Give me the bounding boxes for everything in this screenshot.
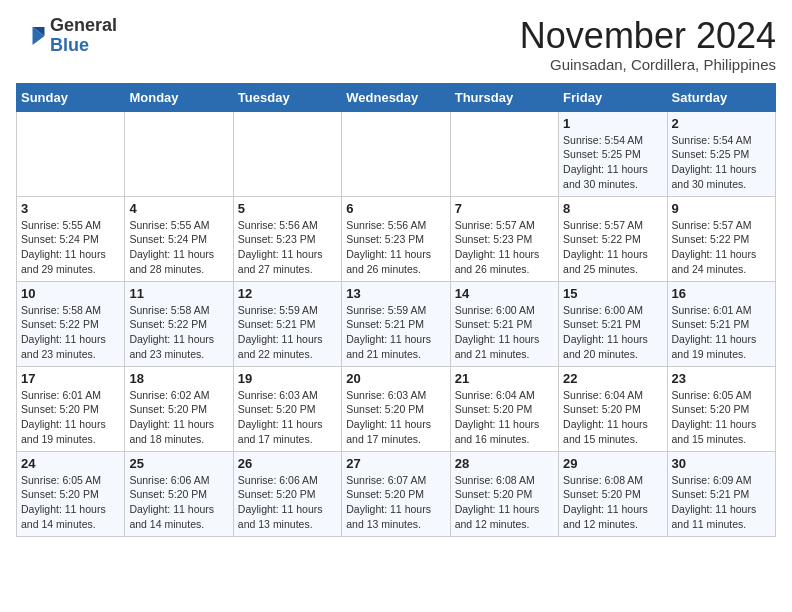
day-info: Sunrise: 5:54 AM Sunset: 5:25 PM Dayligh… [563, 133, 662, 192]
day-number: 7 [455, 201, 554, 216]
day-number: 23 [672, 371, 771, 386]
logo-blue: Blue [50, 36, 117, 56]
day-info: Sunrise: 5:57 AM Sunset: 5:22 PM Dayligh… [563, 218, 662, 277]
day-info: Sunrise: 5:58 AM Sunset: 5:22 PM Dayligh… [21, 303, 120, 362]
calendar-cell: 27Sunrise: 6:07 AM Sunset: 5:20 PM Dayli… [342, 451, 450, 536]
day-info: Sunrise: 6:06 AM Sunset: 5:20 PM Dayligh… [238, 473, 337, 532]
day-info: Sunrise: 5:58 AM Sunset: 5:22 PM Dayligh… [129, 303, 228, 362]
day-number: 17 [21, 371, 120, 386]
calendar-cell: 17Sunrise: 6:01 AM Sunset: 5:20 PM Dayli… [17, 366, 125, 451]
calendar-cell: 21Sunrise: 6:04 AM Sunset: 5:20 PM Dayli… [450, 366, 558, 451]
day-number: 19 [238, 371, 337, 386]
day-number: 29 [563, 456, 662, 471]
day-number: 3 [21, 201, 120, 216]
weekday-header-monday: Monday [125, 83, 233, 111]
day-number: 4 [129, 201, 228, 216]
day-info: Sunrise: 6:03 AM Sunset: 5:20 PM Dayligh… [346, 388, 445, 447]
day-info: Sunrise: 5:59 AM Sunset: 5:21 PM Dayligh… [346, 303, 445, 362]
calendar-week-row: 3Sunrise: 5:55 AM Sunset: 5:24 PM Daylig… [17, 196, 776, 281]
day-info: Sunrise: 6:08 AM Sunset: 5:20 PM Dayligh… [455, 473, 554, 532]
calendar-cell: 29Sunrise: 6:08 AM Sunset: 5:20 PM Dayli… [559, 451, 667, 536]
weekday-header-saturday: Saturday [667, 83, 775, 111]
day-info: Sunrise: 6:00 AM Sunset: 5:21 PM Dayligh… [455, 303, 554, 362]
weekday-header-friday: Friday [559, 83, 667, 111]
day-number: 14 [455, 286, 554, 301]
calendar-cell: 10Sunrise: 5:58 AM Sunset: 5:22 PM Dayli… [17, 281, 125, 366]
calendar-cell [342, 111, 450, 196]
day-number: 10 [21, 286, 120, 301]
location-subtitle: Guinsadan, Cordillera, Philippines [520, 56, 776, 73]
calendar-cell: 2Sunrise: 5:54 AM Sunset: 5:25 PM Daylig… [667, 111, 775, 196]
weekday-header-wednesday: Wednesday [342, 83, 450, 111]
calendar-cell: 25Sunrise: 6:06 AM Sunset: 5:20 PM Dayli… [125, 451, 233, 536]
calendar-cell: 30Sunrise: 6:09 AM Sunset: 5:21 PM Dayli… [667, 451, 775, 536]
day-number: 1 [563, 116, 662, 131]
calendar-cell: 18Sunrise: 6:02 AM Sunset: 5:20 PM Dayli… [125, 366, 233, 451]
day-number: 27 [346, 456, 445, 471]
day-number: 8 [563, 201, 662, 216]
calendar-cell: 3Sunrise: 5:55 AM Sunset: 5:24 PM Daylig… [17, 196, 125, 281]
weekday-header-row: SundayMondayTuesdayWednesdayThursdayFrid… [17, 83, 776, 111]
calendar-week-row: 1Sunrise: 5:54 AM Sunset: 5:25 PM Daylig… [17, 111, 776, 196]
calendar-cell: 14Sunrise: 6:00 AM Sunset: 5:21 PM Dayli… [450, 281, 558, 366]
page-header: General Blue November 2024 Guinsadan, Co… [16, 16, 776, 73]
day-info: Sunrise: 5:56 AM Sunset: 5:23 PM Dayligh… [346, 218, 445, 277]
calendar-week-row: 24Sunrise: 6:05 AM Sunset: 5:20 PM Dayli… [17, 451, 776, 536]
calendar-cell: 28Sunrise: 6:08 AM Sunset: 5:20 PM Dayli… [450, 451, 558, 536]
day-info: Sunrise: 6:02 AM Sunset: 5:20 PM Dayligh… [129, 388, 228, 447]
day-info: Sunrise: 6:06 AM Sunset: 5:20 PM Dayligh… [129, 473, 228, 532]
day-info: Sunrise: 5:57 AM Sunset: 5:22 PM Dayligh… [672, 218, 771, 277]
calendar-week-row: 17Sunrise: 6:01 AM Sunset: 5:20 PM Dayli… [17, 366, 776, 451]
title-block: November 2024 Guinsadan, Cordillera, Phi… [520, 16, 776, 73]
day-number: 18 [129, 371, 228, 386]
calendar-cell: 24Sunrise: 6:05 AM Sunset: 5:20 PM Dayli… [17, 451, 125, 536]
day-info: Sunrise: 6:03 AM Sunset: 5:20 PM Dayligh… [238, 388, 337, 447]
month-year-title: November 2024 [520, 16, 776, 56]
calendar-cell: 9Sunrise: 5:57 AM Sunset: 5:22 PM Daylig… [667, 196, 775, 281]
calendar-cell: 19Sunrise: 6:03 AM Sunset: 5:20 PM Dayli… [233, 366, 341, 451]
calendar-cell: 12Sunrise: 5:59 AM Sunset: 5:21 PM Dayli… [233, 281, 341, 366]
calendar-cell: 6Sunrise: 5:56 AM Sunset: 5:23 PM Daylig… [342, 196, 450, 281]
day-info: Sunrise: 5:54 AM Sunset: 5:25 PM Dayligh… [672, 133, 771, 192]
day-number: 6 [346, 201, 445, 216]
day-info: Sunrise: 6:07 AM Sunset: 5:20 PM Dayligh… [346, 473, 445, 532]
weekday-header-sunday: Sunday [17, 83, 125, 111]
calendar-cell: 11Sunrise: 5:58 AM Sunset: 5:22 PM Dayli… [125, 281, 233, 366]
day-info: Sunrise: 5:56 AM Sunset: 5:23 PM Dayligh… [238, 218, 337, 277]
calendar-cell: 20Sunrise: 6:03 AM Sunset: 5:20 PM Dayli… [342, 366, 450, 451]
day-number: 2 [672, 116, 771, 131]
day-number: 11 [129, 286, 228, 301]
day-info: Sunrise: 6:08 AM Sunset: 5:20 PM Dayligh… [563, 473, 662, 532]
day-number: 12 [238, 286, 337, 301]
day-info: Sunrise: 6:05 AM Sunset: 5:20 PM Dayligh… [672, 388, 771, 447]
day-number: 21 [455, 371, 554, 386]
calendar-cell: 16Sunrise: 6:01 AM Sunset: 5:21 PM Dayli… [667, 281, 775, 366]
day-info: Sunrise: 6:01 AM Sunset: 5:20 PM Dayligh… [21, 388, 120, 447]
calendar-cell: 26Sunrise: 6:06 AM Sunset: 5:20 PM Dayli… [233, 451, 341, 536]
day-info: Sunrise: 6:05 AM Sunset: 5:20 PM Dayligh… [21, 473, 120, 532]
day-number: 9 [672, 201, 771, 216]
calendar-cell [125, 111, 233, 196]
calendar-cell: 23Sunrise: 6:05 AM Sunset: 5:20 PM Dayli… [667, 366, 775, 451]
logo: General Blue [16, 16, 117, 56]
calendar-cell: 13Sunrise: 5:59 AM Sunset: 5:21 PM Dayli… [342, 281, 450, 366]
day-info: Sunrise: 6:09 AM Sunset: 5:21 PM Dayligh… [672, 473, 771, 532]
calendar-cell [233, 111, 341, 196]
calendar-cell [450, 111, 558, 196]
calendar-cell: 15Sunrise: 6:00 AM Sunset: 5:21 PM Dayli… [559, 281, 667, 366]
day-info: Sunrise: 6:01 AM Sunset: 5:21 PM Dayligh… [672, 303, 771, 362]
day-info: Sunrise: 5:57 AM Sunset: 5:23 PM Dayligh… [455, 218, 554, 277]
day-number: 30 [672, 456, 771, 471]
day-info: Sunrise: 6:04 AM Sunset: 5:20 PM Dayligh… [455, 388, 554, 447]
day-number: 22 [563, 371, 662, 386]
logo-icon [16, 21, 46, 51]
weekday-header-tuesday: Tuesday [233, 83, 341, 111]
calendar-table: SundayMondayTuesdayWednesdayThursdayFrid… [16, 83, 776, 537]
day-number: 13 [346, 286, 445, 301]
day-info: Sunrise: 5:59 AM Sunset: 5:21 PM Dayligh… [238, 303, 337, 362]
calendar-cell: 4Sunrise: 5:55 AM Sunset: 5:24 PM Daylig… [125, 196, 233, 281]
logo-general: General [50, 16, 117, 36]
calendar-week-row: 10Sunrise: 5:58 AM Sunset: 5:22 PM Dayli… [17, 281, 776, 366]
calendar-cell: 22Sunrise: 6:04 AM Sunset: 5:20 PM Dayli… [559, 366, 667, 451]
calendar-cell: 1Sunrise: 5:54 AM Sunset: 5:25 PM Daylig… [559, 111, 667, 196]
